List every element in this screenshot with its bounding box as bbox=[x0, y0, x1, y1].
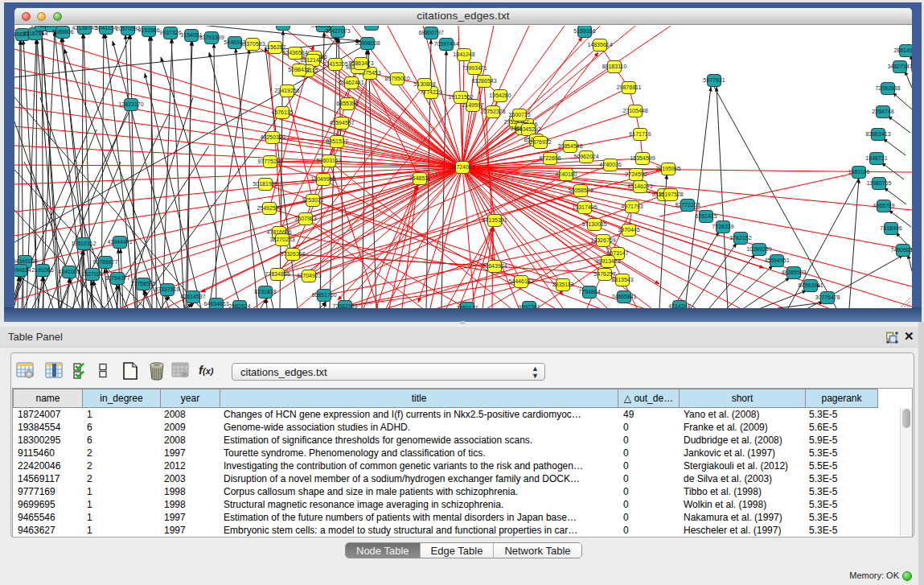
svg-text:8351517: 8351517 bbox=[326, 138, 347, 144]
svg-text:2582524: 2582524 bbox=[228, 303, 250, 308]
svg-text:2724590: 2724590 bbox=[625, 171, 647, 177]
svg-text:4740036: 4740036 bbox=[599, 162, 621, 167]
svg-text:12823170: 12823170 bbox=[118, 101, 143, 107]
svg-text:84045292: 84045292 bbox=[515, 126, 540, 132]
svg-text:39854548: 39854548 bbox=[557, 143, 582, 149]
svg-text:42138745: 42138745 bbox=[72, 26, 97, 31]
svg-text:19317495: 19317495 bbox=[572, 204, 597, 210]
svg-text:15197528: 15197528 bbox=[658, 192, 683, 197]
svg-text:43704923: 43704923 bbox=[296, 273, 321, 278]
svg-text:89795010: 89795010 bbox=[384, 76, 409, 81]
svg-text:2876932: 2876932 bbox=[529, 139, 551, 145]
svg-text:57130035: 57130035 bbox=[581, 221, 606, 227]
svg-text:50962024: 50962024 bbox=[573, 154, 598, 159]
svg-text:84593961: 84593961 bbox=[798, 282, 823, 288]
svg-text:1841248: 1841248 bbox=[453, 51, 474, 57]
svg-text:4576135: 4576135 bbox=[271, 109, 293, 115]
svg-text:8722606: 8722606 bbox=[539, 155, 561, 161]
svg-text:81182864: 81182864 bbox=[23, 31, 48, 36]
svg-text:38195995: 38195995 bbox=[655, 166, 680, 171]
svg-text:81286543: 81286543 bbox=[471, 78, 496, 84]
svg-text:8231838: 8231838 bbox=[254, 289, 276, 295]
svg-text:68800797: 68800797 bbox=[418, 30, 443, 35]
svg-text:19121552: 19121552 bbox=[448, 94, 473, 100]
svg-text:36998038: 36998038 bbox=[355, 40, 380, 46]
svg-text:6573147: 6573147 bbox=[606, 250, 628, 256]
svg-text:4841005: 4841005 bbox=[58, 269, 80, 274]
svg-text:28814949: 28814949 bbox=[893, 47, 912, 53]
svg-text:2813543: 2813543 bbox=[611, 277, 633, 282]
svg-text:2191066: 2191066 bbox=[31, 267, 53, 273]
svg-text:11980765: 11980765 bbox=[867, 180, 892, 186]
svg-text:41944441: 41944441 bbox=[107, 239, 132, 245]
svg-text:2548511: 2548511 bbox=[409, 175, 431, 181]
svg-text:6261415: 6261415 bbox=[695, 213, 717, 219]
svg-text:63551839: 63551839 bbox=[359, 26, 384, 27]
svg-text:38270233: 38270233 bbox=[269, 237, 294, 242]
svg-text:48250360: 48250360 bbox=[260, 134, 285, 140]
svg-text:9997381: 9997381 bbox=[518, 304, 540, 308]
svg-text:15354599: 15354599 bbox=[630, 155, 655, 161]
svg-text:4214348: 4214348 bbox=[668, 303, 690, 308]
svg-text:63643924: 63643924 bbox=[482, 263, 507, 269]
svg-text:45594951: 45594951 bbox=[764, 257, 789, 263]
svg-text:72682989: 72682989 bbox=[332, 303, 357, 308]
svg-text:34627347: 34627347 bbox=[887, 64, 912, 69]
svg-text:13326769: 13326769 bbox=[590, 237, 615, 243]
svg-text:73993471: 73993471 bbox=[462, 65, 487, 71]
svg-text:20570592: 20570592 bbox=[115, 26, 140, 31]
svg-text:7754864: 7754864 bbox=[578, 289, 600, 295]
svg-text:7818496: 7818496 bbox=[880, 225, 901, 231]
svg-text:4240180: 4240180 bbox=[555, 171, 577, 177]
svg-text:10289289: 10289289 bbox=[746, 246, 771, 252]
svg-text:99913412: 99913412 bbox=[595, 258, 620, 264]
svg-text:45594597: 45594597 bbox=[329, 120, 354, 126]
svg-text:3500715: 3500715 bbox=[508, 112, 530, 117]
svg-text:54058573: 54058573 bbox=[568, 187, 593, 193]
svg-text:70597444: 70597444 bbox=[433, 41, 458, 47]
svg-text:1954280: 1954280 bbox=[489, 93, 511, 98]
svg-text:9153566: 9153566 bbox=[138, 27, 159, 33]
svg-text:3970445: 3970445 bbox=[618, 227, 639, 233]
svg-text:52436584: 52436584 bbox=[282, 50, 307, 56]
svg-text:72092888: 72092888 bbox=[875, 85, 900, 91]
svg-text:84346088: 84346088 bbox=[14, 258, 38, 264]
svg-text:5159166: 5159166 bbox=[573, 28, 595, 34]
svg-text:38754377: 38754377 bbox=[105, 275, 129, 281]
svg-text:9937326: 9937326 bbox=[159, 30, 181, 35]
svg-text:50603163: 50603163 bbox=[316, 158, 341, 163]
svg-text:4971793: 4971793 bbox=[621, 204, 643, 209]
svg-text:1848731: 1848731 bbox=[865, 155, 887, 161]
svg-text:3607983: 3607983 bbox=[294, 216, 316, 221]
svg-text:54446182: 54446182 bbox=[508, 278, 533, 284]
svg-text:19510312: 19510312 bbox=[71, 241, 96, 246]
svg-text:14835614: 14835614 bbox=[587, 42, 612, 47]
svg-text:1981186: 1981186 bbox=[848, 169, 870, 175]
svg-text:2264748: 2264748 bbox=[872, 109, 893, 114]
svg-text:52462441: 52462441 bbox=[339, 80, 363, 85]
svg-text:85863473: 85863473 bbox=[348, 60, 373, 66]
svg-text:77834855: 77834855 bbox=[265, 271, 290, 277]
svg-text:27105448: 27105448 bbox=[622, 108, 647, 113]
svg-text:5476257: 5476257 bbox=[593, 271, 615, 277]
svg-text:6855396: 6855396 bbox=[336, 101, 358, 106]
svg-text:6171716: 6171716 bbox=[629, 131, 651, 137]
svg-text:5041154: 5041154 bbox=[96, 26, 117, 31]
svg-text:5130808: 5130808 bbox=[413, 81, 435, 87]
svg-text:83793389: 83793389 bbox=[199, 35, 224, 40]
svg-text:2651177: 2651177 bbox=[457, 305, 478, 308]
svg-text:4965789: 4965789 bbox=[873, 203, 894, 208]
svg-text:3762152: 3762152 bbox=[729, 235, 751, 241]
svg-text:5977931: 5977931 bbox=[703, 77, 725, 83]
svg-text:11049999: 11049999 bbox=[311, 176, 336, 182]
svg-text:97775215: 97775215 bbox=[257, 159, 282, 164]
svg-text:83863413: 83863413 bbox=[865, 131, 890, 137]
svg-text:99788677: 99788677 bbox=[92, 259, 117, 265]
svg-text:66851760: 66851760 bbox=[311, 292, 336, 298]
svg-text:27758595: 27758595 bbox=[130, 281, 155, 286]
svg-text:2935113: 2935113 bbox=[552, 282, 574, 287]
svg-text:47135391: 47135391 bbox=[482, 217, 507, 223]
svg-text:37326368: 37326368 bbox=[280, 251, 305, 257]
svg-text:88183110: 88183110 bbox=[602, 64, 627, 69]
svg-text:93370583: 93370583 bbox=[240, 41, 265, 47]
